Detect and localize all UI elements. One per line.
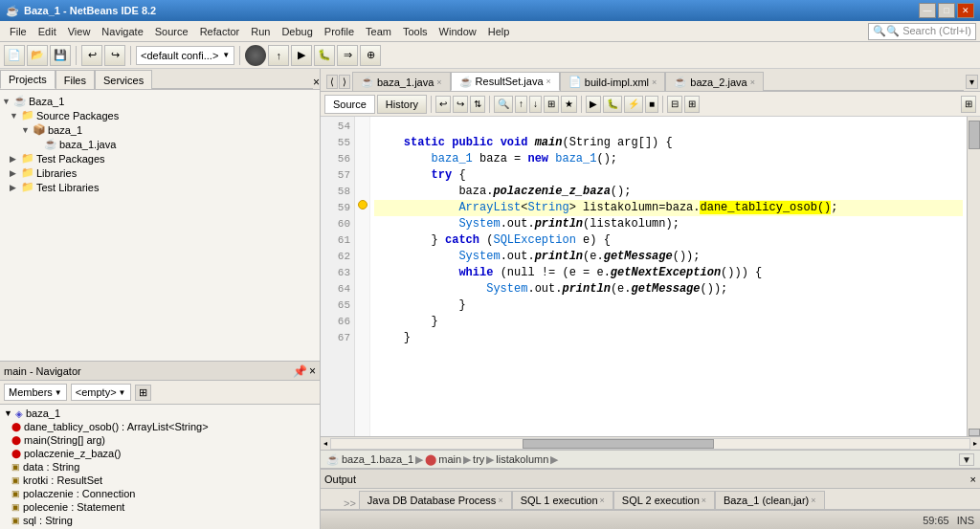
- menu-run[interactable]: Run: [245, 24, 276, 39]
- ed-find-next[interactable]: ↓: [529, 96, 542, 113]
- editor-tab-baza1[interactable]: ☕ baza_1.java ×: [352, 72, 451, 91]
- minimize-button[interactable]: —: [919, 3, 936, 18]
- breadcrumb-listakolumn[interactable]: listakolumn: [496, 453, 548, 465]
- breadcrumb-main[interactable]: main: [438, 453, 461, 465]
- tab-close-resultset[interactable]: ×: [546, 77, 551, 86]
- output-tab-javadb[interactable]: Java DB Database Process ×: [359, 491, 512, 509]
- run-file-button[interactable]: ▶: [291, 45, 312, 66]
- ed-find-all[interactable]: ⊞: [544, 96, 559, 113]
- nav-close[interactable]: ×: [309, 364, 316, 378]
- editor-tab-baza2[interactable]: ☕ baza_2.java ×: [665, 72, 764, 91]
- sql2-tab-close[interactable]: ×: [702, 496, 706, 505]
- new-file-button[interactable]: 📄: [4, 45, 25, 66]
- output-tab-sql2[interactable]: SQL 2 execution ×: [613, 491, 715, 509]
- vscroll-thumb[interactable]: [969, 121, 980, 149]
- nav-item-data[interactable]: ▣ data : String: [2, 460, 318, 474]
- ed-highlight[interactable]: ★: [561, 96, 577, 113]
- breakpoint-marker[interactable]: [358, 200, 368, 209]
- output-tab-baza1clean[interactable]: Baza_1 (clean,jar) ×: [715, 491, 825, 509]
- nav-item-sql[interactable]: ▣ sql : String: [2, 514, 318, 527]
- ed-forward-btn[interactable]: ↪: [453, 96, 468, 113]
- menu-help[interactable]: Help: [482, 24, 516, 39]
- nav-pin[interactable]: 📌: [293, 364, 307, 378]
- nav-root-baza1[interactable]: ▼ ◈ baza_1: [2, 407, 318, 420]
- maximize-button[interactable]: □: [938, 3, 955, 18]
- output-tab-sql1[interactable]: SQL 1 execution ×: [512, 491, 613, 509]
- title-bar-controls[interactable]: — □ ✕: [919, 3, 974, 18]
- ed-diff-btn[interactable]: ⊟: [667, 96, 682, 113]
- hscroll-left[interactable]: ◂: [321, 439, 330, 448]
- menu-tools[interactable]: Tools: [397, 24, 434, 39]
- empty-dropdown[interactable]: <empty> ▼: [71, 384, 131, 401]
- hscroll-thumb[interactable]: [523, 439, 714, 449]
- menu-source[interactable]: Source: [149, 24, 194, 39]
- nav-item-polaczenie[interactable]: ⬤ polaczenie_z_baza(): [2, 447, 318, 460]
- sql1-tab-close[interactable]: ×: [600, 496, 605, 505]
- javadb-tab-close[interactable]: ×: [498, 496, 502, 505]
- breadcrumb-baza1[interactable]: baza_1.baza_1: [342, 453, 413, 465]
- save-button[interactable]: 💾: [50, 45, 71, 66]
- forward-button[interactable]: ↪: [104, 45, 125, 66]
- baza1clean-tab-close[interactable]: ×: [811, 496, 815, 505]
- tab-overflow-button[interactable]: ▾: [966, 75, 978, 89]
- tab-close-build[interactable]: ×: [652, 77, 657, 87]
- nav-item-polecenie[interactable]: ▣ polecenie : Statement: [2, 500, 318, 514]
- tab-close-baza2[interactable]: ×: [750, 77, 755, 87]
- ed-apply-btn[interactable]: ⚡: [624, 96, 643, 113]
- nav-item-dane[interactable]: ⬤ dane_tablicy_osob() : ArrayList<String…: [2, 420, 318, 433]
- tab-prev-button[interactable]: ⟨: [326, 75, 338, 89]
- ed-stop-btn[interactable]: ■: [645, 96, 658, 113]
- menu-profile[interactable]: Profile: [319, 24, 360, 39]
- ed-search-btn[interactable]: 🔍: [494, 96, 513, 113]
- menu-team[interactable]: Team: [360, 24, 397, 39]
- stop-button[interactable]: ⊕: [360, 45, 381, 66]
- config-dropdown[interactable]: <default confi...> ▼: [136, 46, 234, 65]
- nav-item-krotki[interactable]: ▣ krotki : ResultSet: [2, 474, 318, 487]
- tab-close-baza1[interactable]: ×: [436, 77, 441, 87]
- menu-debug[interactable]: Debug: [276, 24, 318, 39]
- search-box[interactable]: 🔍 🔍 Search (Ctrl+I): [868, 23, 976, 40]
- projects-tab[interactable]: Projects: [0, 70, 56, 89]
- menu-window[interactable]: Window: [434, 24, 482, 39]
- run-main-button[interactable]: ↑: [268, 45, 289, 66]
- tree-item-baza1-java[interactable]: ☕ baza_1.java: [2, 137, 318, 151]
- tree-item-test-packages[interactable]: ▶ 📁 Test Packages: [2, 151, 318, 165]
- ed-back-btn[interactable]: ↩: [435, 96, 451, 113]
- tree-item-libraries[interactable]: ▶ 📁 Libraries: [2, 165, 318, 180]
- nav-item-main[interactable]: ⬤ main(String[] arg): [2, 433, 318, 447]
- nav-extra-btn[interactable]: ⊞: [135, 385, 151, 401]
- output-close[interactable]: ×: [970, 474, 976, 485]
- tree-item-test-libraries[interactable]: ▶ 📁 Test Libraries: [2, 180, 318, 194]
- members-dropdown[interactable]: Members ▼: [4, 384, 67, 401]
- menu-view[interactable]: View: [62, 24, 97, 39]
- vscroll-grip[interactable]: [969, 429, 980, 436]
- code-hscrollbar[interactable]: ◂ ▸: [321, 436, 980, 450]
- editor-tab-build[interactable]: 📄 build-impl.xml ×: [560, 72, 666, 91]
- menu-refactor[interactable]: Refactor: [194, 24, 246, 39]
- breadcrumb-try[interactable]: try: [473, 453, 484, 465]
- open-file-button[interactable]: 📂: [27, 45, 48, 66]
- tree-item-baza1[interactable]: ▼ ☕ Baza_1: [2, 94, 318, 108]
- build-button[interactable]: [245, 45, 266, 66]
- code-content[interactable]: static public void main(String arg[]) { …: [370, 117, 967, 436]
- menu-file[interactable]: File: [4, 24, 33, 39]
- menu-edit[interactable]: Edit: [33, 24, 62, 39]
- nav-item-polaczenie-field[interactable]: ▣ polaczenie : Connection: [2, 487, 318, 500]
- profile-button[interactable]: ⇒: [337, 45, 358, 66]
- tree-item-source-packages[interactable]: ▼ 📁 Source Packages: [2, 108, 318, 122]
- tree-item-baza1-package[interactable]: ▼ 📦 baza_1: [2, 122, 318, 137]
- close-button[interactable]: ✕: [957, 3, 974, 18]
- menu-navigate[interactable]: Navigate: [96, 24, 148, 39]
- code-vscrollbar[interactable]: [967, 117, 980, 436]
- back-button[interactable]: ↩: [81, 45, 102, 66]
- tab-next-button[interactable]: ⟩: [339, 75, 350, 89]
- source-tab-button[interactable]: Source: [324, 95, 375, 114]
- breadcrumb-collapse-btn[interactable]: ▼: [959, 453, 974, 466]
- services-tab[interactable]: Services: [95, 70, 152, 89]
- history-tab-button[interactable]: History: [377, 95, 427, 114]
- ed-find-prev[interactable]: ↑: [515, 96, 527, 113]
- ed-run-btn[interactable]: ▶: [586, 96, 601, 113]
- editor-tab-resultset[interactable]: ☕ ResultSet.java ×: [451, 72, 560, 91]
- ed-toggle-btn[interactable]: ⇅: [470, 96, 485, 113]
- debug-button[interactable]: 🐛: [314, 45, 335, 66]
